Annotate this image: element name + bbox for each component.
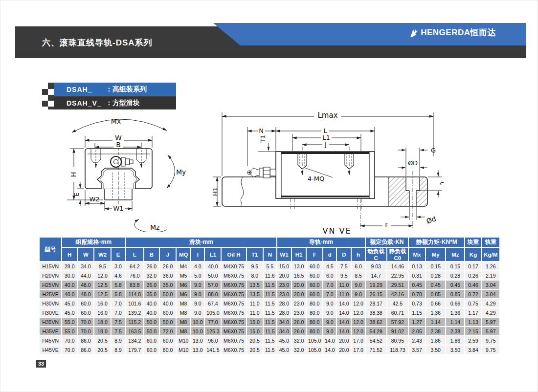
table-cell: 26.15: [366, 290, 386, 298]
model-cell: H25VN: [40, 281, 61, 289]
catalog-page: HENGERDA恒而达 六、滚珠直线导轨-DSA系列 DSAH_ ：高组装系列 …: [0, 0, 538, 392]
table-cell: 14.7: [366, 271, 386, 280]
dim-label-lmax: Lmax: [317, 111, 337, 120]
column-group-header: 滑块-mm: [126, 238, 276, 247]
column-header: W1: [277, 248, 291, 261]
table-cell: 2.19: [482, 271, 499, 280]
page-banner: HENGERDA恒而达 六、滚珠直线导轨-DSA系列: [15, 26, 526, 58]
table-cell: 3.0: [112, 262, 125, 270]
table-cell: 20.0: [337, 336, 351, 345]
table-cell: 40.0: [144, 299, 159, 307]
table-cell: 16.0: [94, 308, 110, 317]
table-cell: 11.0: [247, 308, 263, 317]
table-cell: M6X0.75: [222, 290, 246, 298]
table-cell: 54.29: [366, 327, 386, 335]
table-cell: 11.5: [264, 290, 276, 298]
table-cell: M4X0.75: [222, 262, 246, 270]
table-cell: 28.0: [277, 299, 291, 307]
table-cell: 5.8: [112, 281, 125, 289]
table-cell: 11.0: [337, 290, 351, 298]
table-cell: 9.0: [323, 308, 336, 317]
model-cell: H45VE: [40, 346, 61, 354]
dim-label-j: J: [324, 141, 327, 148]
table-cell: 60.0: [307, 281, 322, 289]
table-cell: 13.0: [191, 346, 204, 354]
table-cell: 9.0: [323, 299, 336, 307]
table-cell: 26.0: [144, 262, 159, 270]
table-cell: 1.17: [465, 308, 481, 317]
table-cell: 70.0: [62, 336, 77, 345]
table-cell: M8: [177, 318, 190, 326]
table-cell: M8: [177, 308, 190, 317]
table-cell: 0.70: [409, 290, 425, 298]
table-cell: 12.0: [352, 327, 364, 335]
table-row: H30VE45.060.016.07.0139.240.060.0M89.010…: [40, 308, 499, 317]
table-cell: 163.5: [126, 327, 143, 335]
table-cell: 20.5: [94, 346, 110, 354]
table-row: H35VN55.070.018.07.5115.250.050.0M810.07…: [40, 318, 499, 326]
table-cell: 9.03: [366, 262, 386, 270]
table-cell: 23.0: [277, 281, 291, 289]
table-cell: 11.6: [264, 271, 276, 280]
table-cell: 4.6: [112, 271, 125, 280]
brand-eagle-icon: [408, 27, 420, 38]
table-cell: 18.0: [94, 327, 110, 335]
table-cell: 88.0: [205, 290, 221, 298]
table-cell: 18.0: [94, 318, 110, 326]
table-cell: 9.5: [94, 262, 110, 270]
table-cell: 5.8: [112, 290, 125, 298]
table-cell: 11.0: [247, 299, 263, 307]
table-cell: 2.59: [465, 336, 481, 345]
table-cell: 14.0: [337, 327, 351, 335]
table-cell: 105.0: [205, 308, 221, 317]
table-cell: 32.0: [292, 336, 306, 345]
table-cell: M8: [177, 327, 190, 335]
table-cell: 17.0: [352, 336, 364, 345]
table-cell: 45.0: [62, 308, 77, 317]
table-cell: 141.5: [205, 346, 221, 354]
table-cell: 10.0: [191, 318, 204, 326]
table-cell: 70.0: [62, 346, 77, 354]
table-cell: 12.0: [94, 271, 110, 280]
table-cell: 11.5: [264, 318, 276, 326]
table-cell: 83.8: [126, 281, 143, 289]
table-cell: 125.3: [205, 327, 221, 335]
table-cell: 9.0: [191, 290, 204, 298]
table-cell: 28.0: [62, 262, 77, 270]
table-cell: 14.0: [323, 336, 336, 345]
table-cell: 0.31: [409, 271, 425, 280]
table-cell: 23.0: [292, 308, 306, 317]
table-cell: 38.38: [366, 308, 386, 317]
model-cell: H15VN: [40, 262, 61, 270]
table-row: H20VN30.044.012.04.676.032.036.0M55.050.…: [40, 271, 499, 280]
table-cell: 80.0: [307, 318, 322, 326]
table-cell: 96.0: [205, 336, 221, 345]
table-cell: 34.0: [277, 318, 291, 326]
table-cell: 34.0: [277, 327, 291, 335]
table-row: H25VN40.048.012.55.883.835.035.0M69.057.…: [40, 281, 499, 289]
table-cell: M8: [177, 299, 190, 307]
table-cell: 50.0: [160, 290, 176, 298]
table-row: H30VN45.060.016.07.0101.640.040.0M89.067…: [40, 299, 499, 307]
table-cell: 45.0: [62, 299, 77, 307]
front-view-diagram: W B Mx H E W2 W1 My Mz: [63, 109, 225, 232]
table-cell: 13.5: [247, 281, 263, 289]
table-cell: M10: [177, 336, 190, 345]
table-cell: 12.5: [94, 290, 110, 298]
table-cell: 9.0: [352, 281, 364, 289]
table-cell: 1.36: [446, 308, 464, 317]
table-cell: 45.0: [277, 336, 291, 345]
table-cell: 0.73: [409, 299, 425, 307]
table-cell: 26.0: [292, 318, 306, 326]
table-cell: 40.0: [144, 308, 159, 317]
column-header: Kg/M: [482, 248, 499, 261]
dim-label-h-small: h: [438, 182, 445, 186]
table-cell: 7.0: [323, 290, 336, 298]
table-cell: 4.29: [482, 299, 499, 307]
table-cell: 70.0: [78, 318, 93, 326]
table-cell: 20.0: [337, 346, 351, 354]
page-number: 33: [36, 360, 46, 368]
table-cell: 9.0: [191, 308, 204, 317]
table-cell: M6X0.75: [222, 281, 246, 289]
table-cell: 91.02: [387, 327, 408, 335]
